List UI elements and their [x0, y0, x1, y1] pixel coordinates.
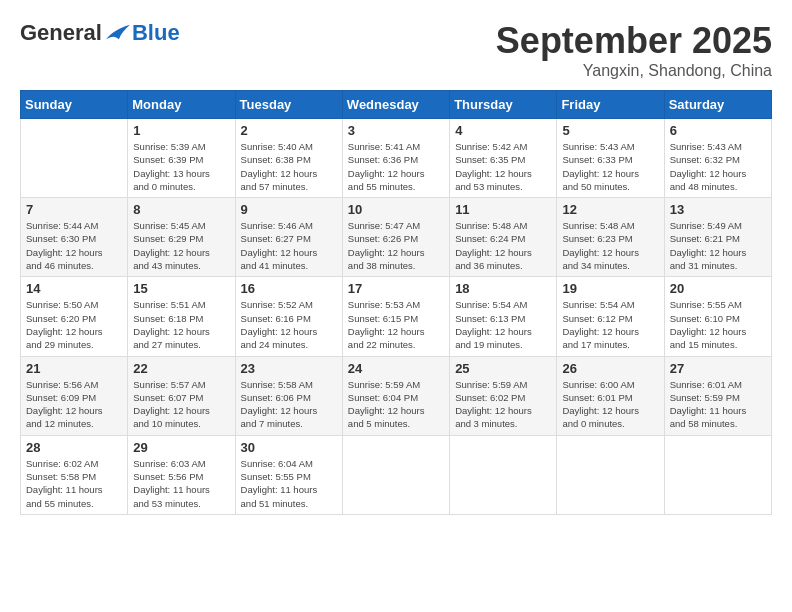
day-info: Sunrise: 5:46 AM Sunset: 6:27 PM Dayligh…	[241, 219, 337, 272]
weekday-header-thursday: Thursday	[450, 91, 557, 119]
calendar-cell: 25Sunrise: 5:59 AM Sunset: 6:02 PM Dayli…	[450, 356, 557, 435]
week-row-4: 21Sunrise: 5:56 AM Sunset: 6:09 PM Dayli…	[21, 356, 772, 435]
day-info: Sunrise: 5:43 AM Sunset: 6:32 PM Dayligh…	[670, 140, 766, 193]
calendar-cell: 30Sunrise: 6:04 AM Sunset: 5:55 PM Dayli…	[235, 435, 342, 514]
day-number: 19	[562, 281, 658, 296]
day-info: Sunrise: 5:54 AM Sunset: 6:12 PM Dayligh…	[562, 298, 658, 351]
page-header: General Blue September 2025 Yangxin, Sha…	[20, 20, 772, 80]
day-info: Sunrise: 5:54 AM Sunset: 6:13 PM Dayligh…	[455, 298, 551, 351]
day-info: Sunrise: 5:49 AM Sunset: 6:21 PM Dayligh…	[670, 219, 766, 272]
calendar-cell: 4Sunrise: 5:42 AM Sunset: 6:35 PM Daylig…	[450, 119, 557, 198]
location-subtitle: Yangxin, Shandong, China	[496, 62, 772, 80]
calendar-cell: 20Sunrise: 5:55 AM Sunset: 6:10 PM Dayli…	[664, 277, 771, 356]
weekday-header-monday: Monday	[128, 91, 235, 119]
calendar-cell: 16Sunrise: 5:52 AM Sunset: 6:16 PM Dayli…	[235, 277, 342, 356]
calendar-cell: 23Sunrise: 5:58 AM Sunset: 6:06 PM Dayli…	[235, 356, 342, 435]
day-number: 22	[133, 361, 229, 376]
day-info: Sunrise: 5:52 AM Sunset: 6:16 PM Dayligh…	[241, 298, 337, 351]
day-number: 17	[348, 281, 444, 296]
day-number: 11	[455, 202, 551, 217]
calendar-cell	[450, 435, 557, 514]
day-number: 18	[455, 281, 551, 296]
day-info: Sunrise: 5:59 AM Sunset: 6:04 PM Dayligh…	[348, 378, 444, 431]
day-number: 7	[26, 202, 122, 217]
calendar-cell: 8Sunrise: 5:45 AM Sunset: 6:29 PM Daylig…	[128, 198, 235, 277]
week-row-1: 1Sunrise: 5:39 AM Sunset: 6:39 PM Daylig…	[21, 119, 772, 198]
calendar-cell: 22Sunrise: 5:57 AM Sunset: 6:07 PM Dayli…	[128, 356, 235, 435]
day-number: 1	[133, 123, 229, 138]
day-info: Sunrise: 5:59 AM Sunset: 6:02 PM Dayligh…	[455, 378, 551, 431]
title-block: September 2025 Yangxin, Shandong, China	[496, 20, 772, 80]
day-info: Sunrise: 5:51 AM Sunset: 6:18 PM Dayligh…	[133, 298, 229, 351]
calendar-cell: 27Sunrise: 6:01 AM Sunset: 5:59 PM Dayli…	[664, 356, 771, 435]
day-info: Sunrise: 5:45 AM Sunset: 6:29 PM Dayligh…	[133, 219, 229, 272]
day-number: 29	[133, 440, 229, 455]
day-number: 30	[241, 440, 337, 455]
logo: General Blue	[20, 20, 180, 46]
calendar-cell: 17Sunrise: 5:53 AM Sunset: 6:15 PM Dayli…	[342, 277, 449, 356]
day-number: 10	[348, 202, 444, 217]
day-info: Sunrise: 6:00 AM Sunset: 6:01 PM Dayligh…	[562, 378, 658, 431]
day-number: 12	[562, 202, 658, 217]
weekday-header-wednesday: Wednesday	[342, 91, 449, 119]
day-info: Sunrise: 6:01 AM Sunset: 5:59 PM Dayligh…	[670, 378, 766, 431]
day-info: Sunrise: 5:39 AM Sunset: 6:39 PM Dayligh…	[133, 140, 229, 193]
calendar-cell	[664, 435, 771, 514]
calendar-cell	[342, 435, 449, 514]
day-number: 26	[562, 361, 658, 376]
day-info: Sunrise: 5:58 AM Sunset: 6:06 PM Dayligh…	[241, 378, 337, 431]
weekday-header-saturday: Saturday	[664, 91, 771, 119]
calendar-cell: 10Sunrise: 5:47 AM Sunset: 6:26 PM Dayli…	[342, 198, 449, 277]
weekday-header-row: SundayMondayTuesdayWednesdayThursdayFrid…	[21, 91, 772, 119]
day-number: 6	[670, 123, 766, 138]
calendar-cell: 24Sunrise: 5:59 AM Sunset: 6:04 PM Dayli…	[342, 356, 449, 435]
day-number: 24	[348, 361, 444, 376]
day-number: 27	[670, 361, 766, 376]
calendar-cell: 12Sunrise: 5:48 AM Sunset: 6:23 PM Dayli…	[557, 198, 664, 277]
logo-general-text: General	[20, 20, 102, 46]
weekday-header-tuesday: Tuesday	[235, 91, 342, 119]
calendar-cell: 7Sunrise: 5:44 AM Sunset: 6:30 PM Daylig…	[21, 198, 128, 277]
day-info: Sunrise: 5:53 AM Sunset: 6:15 PM Dayligh…	[348, 298, 444, 351]
day-info: Sunrise: 6:04 AM Sunset: 5:55 PM Dayligh…	[241, 457, 337, 510]
day-number: 8	[133, 202, 229, 217]
day-number: 16	[241, 281, 337, 296]
day-info: Sunrise: 6:02 AM Sunset: 5:58 PM Dayligh…	[26, 457, 122, 510]
week-row-2: 7Sunrise: 5:44 AM Sunset: 6:30 PM Daylig…	[21, 198, 772, 277]
calendar-cell: 9Sunrise: 5:46 AM Sunset: 6:27 PM Daylig…	[235, 198, 342, 277]
day-number: 20	[670, 281, 766, 296]
day-number: 15	[133, 281, 229, 296]
day-number: 13	[670, 202, 766, 217]
logo-blue-text: Blue	[132, 20, 180, 46]
day-number: 28	[26, 440, 122, 455]
calendar-cell: 21Sunrise: 5:56 AM Sunset: 6:09 PM Dayli…	[21, 356, 128, 435]
weekday-header-friday: Friday	[557, 91, 664, 119]
day-number: 4	[455, 123, 551, 138]
calendar-cell: 13Sunrise: 5:49 AM Sunset: 6:21 PM Dayli…	[664, 198, 771, 277]
calendar-cell: 19Sunrise: 5:54 AM Sunset: 6:12 PM Dayli…	[557, 277, 664, 356]
calendar-cell	[557, 435, 664, 514]
calendar-cell: 26Sunrise: 6:00 AM Sunset: 6:01 PM Dayli…	[557, 356, 664, 435]
day-number: 9	[241, 202, 337, 217]
day-number: 23	[241, 361, 337, 376]
day-info: Sunrise: 5:48 AM Sunset: 6:24 PM Dayligh…	[455, 219, 551, 272]
day-number: 2	[241, 123, 337, 138]
day-info: Sunrise: 5:55 AM Sunset: 6:10 PM Dayligh…	[670, 298, 766, 351]
day-info: Sunrise: 5:44 AM Sunset: 6:30 PM Dayligh…	[26, 219, 122, 272]
calendar-cell: 2Sunrise: 5:40 AM Sunset: 6:38 PM Daylig…	[235, 119, 342, 198]
calendar-cell: 14Sunrise: 5:50 AM Sunset: 6:20 PM Dayli…	[21, 277, 128, 356]
day-info: Sunrise: 5:43 AM Sunset: 6:33 PM Dayligh…	[562, 140, 658, 193]
day-info: Sunrise: 6:03 AM Sunset: 5:56 PM Dayligh…	[133, 457, 229, 510]
day-info: Sunrise: 5:41 AM Sunset: 6:36 PM Dayligh…	[348, 140, 444, 193]
calendar-cell: 15Sunrise: 5:51 AM Sunset: 6:18 PM Dayli…	[128, 277, 235, 356]
day-info: Sunrise: 5:48 AM Sunset: 6:23 PM Dayligh…	[562, 219, 658, 272]
logo-bird-icon	[104, 23, 132, 43]
day-number: 21	[26, 361, 122, 376]
calendar-cell: 28Sunrise: 6:02 AM Sunset: 5:58 PM Dayli…	[21, 435, 128, 514]
week-row-3: 14Sunrise: 5:50 AM Sunset: 6:20 PM Dayli…	[21, 277, 772, 356]
day-info: Sunrise: 5:57 AM Sunset: 6:07 PM Dayligh…	[133, 378, 229, 431]
calendar-cell	[21, 119, 128, 198]
day-number: 3	[348, 123, 444, 138]
calendar-cell: 3Sunrise: 5:41 AM Sunset: 6:36 PM Daylig…	[342, 119, 449, 198]
day-info: Sunrise: 5:50 AM Sunset: 6:20 PM Dayligh…	[26, 298, 122, 351]
